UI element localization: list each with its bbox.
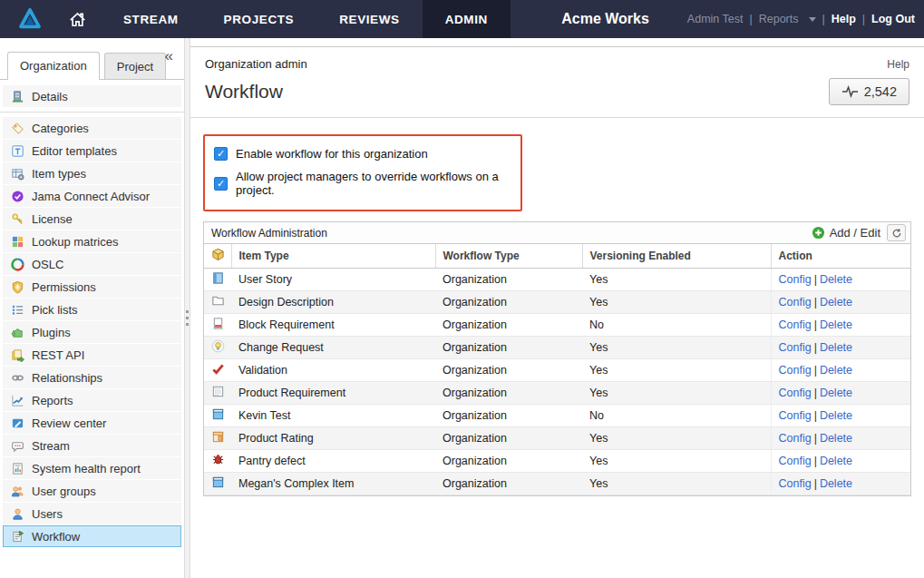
workflow-options-highlight-box: ✓ Enable workflow for this organization … — [203, 134, 522, 211]
admin-sidebar: Organization Project « Details Categorie… — [0, 38, 184, 578]
sidebar-item-permissions[interactable]: Permissions — [3, 276, 181, 298]
item-types-icon — [11, 167, 24, 181]
delete-link[interactable]: Delete — [820, 341, 852, 354]
user-group-icon — [11, 485, 24, 498]
building-icon — [11, 90, 24, 103]
template-icon — [11, 144, 24, 158]
config-link[interactable]: Config — [779, 296, 812, 309]
sidebar-item-oslc[interactable]: OSLC — [3, 253, 181, 275]
col-header-versioning[interactable]: Versioning Enabled — [582, 244, 771, 269]
sidebar-item-plugins[interactable]: Plugins — [3, 321, 181, 343]
line-chart-icon — [11, 394, 24, 407]
table-row: Pantry defect Organization Yes Config|De… — [204, 450, 910, 473]
tab-organization[interactable]: Organization — [7, 52, 100, 80]
sidebar-item-system-health-report[interactable]: System health report — [3, 457, 181, 479]
pulse-icon — [841, 85, 859, 98]
grip-dots-icon — [186, 310, 189, 313]
nav-item-stream[interactable]: STREAM — [101, 0, 201, 38]
refresh-button[interactable] — [887, 224, 906, 241]
col-header-workflow-type[interactable]: Workflow Type — [435, 244, 582, 269]
sidebar-item-lookup-matrices[interactable]: Lookup matrices — [3, 230, 181, 252]
sidebar-item-user-groups[interactable]: User groups — [3, 480, 181, 502]
blue-window-icon — [211, 475, 225, 489]
sidebar-item-rest-api[interactable]: REST API — [3, 344, 181, 366]
config-link[interactable]: Config — [779, 273, 812, 286]
logout-link[interactable]: Log Out — [871, 13, 915, 25]
block-doc-icon — [211, 317, 225, 330]
sidebar-item-users[interactable]: Users — [3, 503, 181, 524]
config-link[interactable]: Config — [779, 341, 812, 354]
table-row: User Story Organization Yes Config|Delet… — [204, 269, 910, 291]
col-header-item-type[interactable]: Item Type — [231, 244, 435, 269]
enable-workflow-checkbox[interactable]: ✓ — [214, 147, 228, 161]
tag-icon — [11, 122, 24, 135]
table-row: Kevin Test Organization No Config|Delete — [204, 405, 910, 427]
config-link[interactable]: Config — [779, 432, 812, 445]
panel-title: Workflow Administration — [211, 227, 327, 240]
config-link[interactable]: Config — [779, 409, 812, 422]
table-row: Product Rating Organization Yes Config|D… — [204, 427, 910, 450]
config-link[interactable]: Config — [779, 455, 812, 467]
sidebar-item-item-types[interactable]: Item types — [3, 162, 181, 184]
sidebar-item-details[interactable]: Details — [3, 85, 181, 107]
sidebar-item-editor-templates[interactable]: Editor templates — [3, 140, 181, 162]
sidebar-item-review-center[interactable]: Review center — [3, 412, 181, 434]
key-icon — [11, 212, 24, 226]
user-story-icon — [211, 271, 225, 285]
override-workflow-option: ✓ Allow project managers to override wor… — [214, 165, 511, 201]
nav-item-reviews[interactable]: REVIEWS — [316, 0, 422, 38]
delete-link[interactable]: Delete — [820, 409, 852, 422]
sidebar-resize-handle[interactable] — [184, 38, 190, 578]
sidebar-item-reports[interactable]: Reports — [3, 389, 181, 411]
sidebar-item-stream[interactable]: Stream — [3, 435, 181, 456]
workflow-table: Item Type Workflow Type Versioning Enabl… — [204, 243, 910, 495]
caret-down-icon — [809, 17, 816, 22]
activity-count: 2,542 — [864, 84, 897, 99]
sidebar-item-pick-lists[interactable]: Pick lists — [3, 299, 181, 320]
org-name: Acme Works — [561, 11, 649, 27]
sidebar-divider — [0, 112, 184, 113]
lined-doc-icon — [211, 385, 225, 398]
override-workflow-label: Allow project managers to override workf… — [236, 170, 511, 197]
collapse-sidebar-icon[interactable]: « — [165, 47, 173, 65]
matrix-grid-icon — [11, 235, 24, 249]
sidebar-item-jama-connect-advisor[interactable]: Jama Connect Advisor — [3, 185, 181, 207]
shield-icon — [11, 280, 24, 294]
home-icon[interactable] — [54, 0, 101, 38]
delete-link[interactable]: Delete — [820, 296, 852, 309]
config-link[interactable]: Config — [779, 477, 812, 490]
config-link[interactable]: Config — [779, 364, 812, 377]
jama-logo[interactable] — [0, 0, 54, 38]
nav-item-projects[interactable]: PROJECTS — [201, 0, 317, 38]
config-link[interactable]: Config — [779, 387, 812, 399]
delete-link[interactable]: Delete — [820, 455, 852, 467]
help-link[interactable]: Help — [832, 13, 856, 25]
sidebar-item-workflow[interactable]: Workflow — [3, 525, 181, 547]
tab-project[interactable]: Project — [104, 53, 166, 79]
main-content: Organization admin Help Workflow 2,542 ✓… — [190, 46, 924, 578]
delete-link[interactable]: Delete — [820, 387, 852, 399]
nav-item-admin[interactable]: ADMIN — [423, 0, 511, 38]
sidebar-item-license[interactable]: License — [3, 208, 181, 230]
delete-link[interactable]: Delete — [820, 477, 852, 490]
override-workflow-checkbox[interactable]: ✓ — [214, 177, 228, 191]
table-row: Change Request Organization Yes Config|D… — [204, 337, 910, 359]
sidebar-item-categories[interactable]: Categories — [3, 117, 181, 139]
add-edit-button[interactable]: Add / Edit — [812, 226, 880, 240]
activity-counter-button[interactable]: 2,542 — [829, 78, 909, 105]
page-title: Workflow — [205, 81, 283, 103]
current-user[interactable]: Admin Test — [687, 13, 744, 25]
delete-link[interactable]: Delete — [820, 318, 852, 331]
delete-link[interactable]: Delete — [820, 273, 852, 286]
delete-link[interactable]: Delete — [820, 364, 852, 377]
workflow-admin-panel: Workflow Administration Add / Edit Item … — [203, 221, 911, 496]
list-icon — [11, 303, 24, 317]
sidebar-item-relationships[interactable]: Relationships — [3, 367, 181, 388]
breadcrumb: Organization admin — [205, 57, 307, 71]
bug-icon — [211, 453, 225, 466]
config-link[interactable]: Config — [779, 318, 812, 331]
reports-menu[interactable]: Reports — [759, 13, 799, 25]
orange-window-icon — [211, 430, 225, 444]
delete-link[interactable]: Delete — [820, 432, 852, 445]
page-help-link[interactable]: Help — [887, 58, 909, 71]
